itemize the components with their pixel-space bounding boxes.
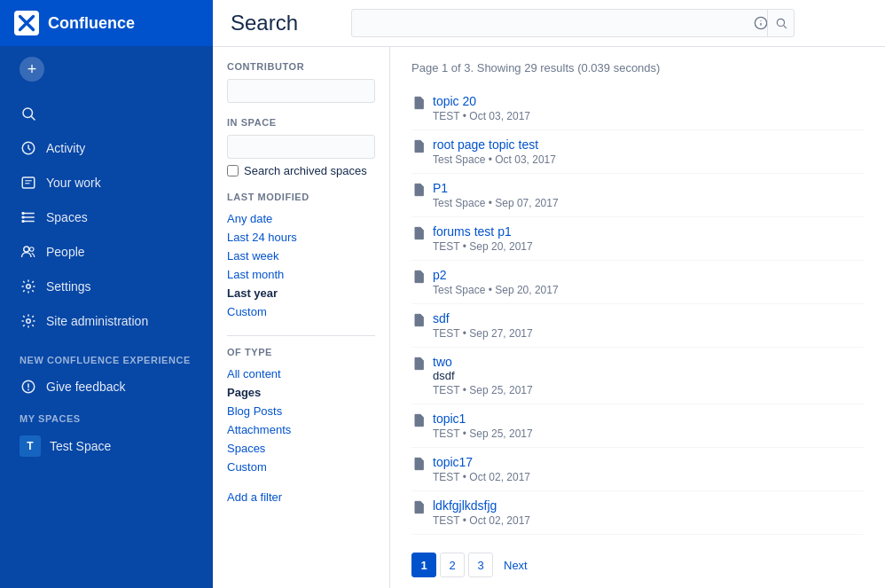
result-content: topic17 TEST • Oct 02, 2017 xyxy=(433,455,530,483)
page-icon xyxy=(411,357,426,373)
type-custom[interactable]: Custom xyxy=(227,458,375,476)
space-avatar: T xyxy=(20,435,41,457)
sidebar-space-test-space[interactable]: T Test Space xyxy=(5,428,208,464)
site-admin-icon xyxy=(20,312,37,330)
result-title[interactable]: p2 xyxy=(433,268,559,282)
add-filter-link[interactable]: Add a filter xyxy=(227,490,375,504)
date-week[interactable]: Last week xyxy=(227,247,375,265)
result-item: root page topic test Test Space • Oct 03… xyxy=(411,130,864,174)
last-modified-filter: LAST MODIFIED Any date Last 24 hours Las… xyxy=(227,192,375,321)
sidebar-item-people[interactable]: People xyxy=(5,235,208,269)
feedback-icon xyxy=(20,378,37,396)
sidebar-item-search[interactable] xyxy=(5,97,208,130)
page-3-button[interactable]: 3 xyxy=(468,553,493,577)
sidebar-item-settings[interactable]: Settings xyxy=(5,270,208,303)
result-meta: Test Space • Oct 03, 2017 xyxy=(433,153,556,166)
type-spaces[interactable]: Spaces xyxy=(227,439,375,458)
search-help-button[interactable] xyxy=(754,16,768,30)
svg-point-9 xyxy=(24,247,29,252)
sidebar-item-spaces-label: Spaces xyxy=(46,210,88,224)
people-icon xyxy=(20,243,37,261)
sidebar-item-activity-label: Activity xyxy=(46,141,85,155)
result-item: ldkfgjlkdsfjg TEST • Oct 02, 2017 xyxy=(411,491,864,535)
sidebar-item-activity[interactable]: Activity xyxy=(5,131,208,165)
result-title[interactable]: topic 20 xyxy=(433,94,530,108)
result-meta: TEST • Sep 25, 2017 xyxy=(433,427,533,440)
spaces-icon xyxy=(20,208,37,226)
contributor-label: CONTRIBUTOR xyxy=(227,61,375,72)
contributor-filter: CONTRIBUTOR xyxy=(227,61,375,103)
sidebar-item-your-work-label: Your work xyxy=(46,176,101,190)
date-month[interactable]: Last month xyxy=(227,265,375,284)
date-year[interactable]: Last year xyxy=(227,284,375,302)
result-meta: TEST • Sep 25, 2017 xyxy=(433,384,533,396)
search-input[interactable] xyxy=(351,9,795,37)
result-title[interactable]: topic1 xyxy=(433,412,533,426)
page-title: Search xyxy=(231,11,337,35)
date-custom[interactable]: Custom xyxy=(227,302,375,321)
result-title[interactable]: forums test p1 xyxy=(433,224,533,239)
archived-checkbox[interactable] xyxy=(227,165,239,176)
result-item: sdf TEST • Sep 27, 2017 xyxy=(411,304,864,348)
result-item: two dsdf TEST • Sep 25, 2017 xyxy=(411,348,864,404)
type-all[interactable]: All content xyxy=(227,365,375,383)
filter-panel: CONTRIBUTOR IN SPACE Search archived spa… xyxy=(213,47,390,588)
page-2-button[interactable]: 2 xyxy=(440,553,465,577)
type-pages[interactable]: Pages xyxy=(227,383,375,402)
give-feedback-item[interactable]: Give feedback xyxy=(5,370,208,404)
last-modified-label: LAST MODIFIED xyxy=(227,192,375,202)
page-icon xyxy=(411,500,426,517)
result-item: topic 20 TEST • Oct 03, 2017 xyxy=(411,87,864,130)
page-icon xyxy=(411,413,426,430)
result-title[interactable]: topic17 xyxy=(433,455,530,469)
date-24h[interactable]: Last 24 hours xyxy=(227,228,375,247)
result-title[interactable]: root page topic test xyxy=(433,137,556,152)
result-item: p2 Test Space • Sep 20, 2017 xyxy=(411,261,864,304)
in-space-label: IN SPACE xyxy=(227,117,375,128)
activity-icon xyxy=(20,139,37,157)
create-button[interactable]: + xyxy=(20,57,44,82)
search-box-wrapper xyxy=(351,9,795,37)
page-icon xyxy=(411,183,426,200)
result-content: forums test p1 TEST • Sep 20, 2017 xyxy=(433,224,533,253)
results-list: topic 20 TEST • Oct 03, 2017 root page t… xyxy=(411,87,864,535)
result-content: topic1 TEST • Sep 25, 2017 xyxy=(433,412,533,440)
sidebar-nav: Activity Your work Spaces People Setting xyxy=(0,89,213,346)
result-meta: TEST • Sep 20, 2017 xyxy=(433,240,533,253)
next-page-link[interactable]: Next xyxy=(497,555,535,576)
page-1-button[interactable]: 1 xyxy=(411,553,436,577)
in-space-input[interactable] xyxy=(227,135,375,159)
contributor-input[interactable] xyxy=(227,79,375,103)
result-item: topic17 TEST • Oct 02, 2017 xyxy=(411,448,864,491)
sidebar-item-your-work[interactable]: Your work xyxy=(5,166,208,200)
date-any[interactable]: Any date xyxy=(227,209,375,228)
new-confluence-label: NEW CONFLUENCE EXPERIENCE xyxy=(0,346,213,369)
sidebar-item-spaces[interactable]: Spaces xyxy=(5,200,208,234)
filter-divider xyxy=(227,335,375,336)
result-meta: Test Space • Sep 07, 2017 xyxy=(433,197,559,209)
result-title[interactable]: ldkfgjlkdsfjg xyxy=(433,498,530,513)
result-item: P1 Test Space • Sep 07, 2017 xyxy=(411,174,864,217)
sidebar: Confluence + Activity Your work xyxy=(0,0,213,588)
svg-point-12 xyxy=(27,319,31,324)
main-area: Search CONTRIBUTOR IN SPACE Se xyxy=(213,0,885,588)
give-feedback-label: Give feedback xyxy=(46,380,126,394)
result-title[interactable]: two xyxy=(433,355,533,369)
page-icon xyxy=(411,139,426,156)
search-submit-button[interactable] xyxy=(767,9,795,37)
svg-rect-3 xyxy=(22,177,35,188)
sidebar-item-people-label: People xyxy=(46,245,85,259)
sidebar-item-site-admin-label: Site administration xyxy=(46,314,148,328)
type-blog[interactable]: Blog Posts xyxy=(227,402,375,420)
result-title[interactable]: P1 xyxy=(433,181,559,195)
result-content: two dsdf TEST • Sep 25, 2017 xyxy=(433,355,533,396)
svg-line-16 xyxy=(784,26,787,28)
sidebar-item-site-admin[interactable]: Site administration xyxy=(5,304,208,338)
type-attachments[interactable]: Attachments xyxy=(227,420,375,439)
content-area: CONTRIBUTOR IN SPACE Search archived spa… xyxy=(213,47,885,588)
sidebar-header: Confluence xyxy=(0,0,213,46)
svg-rect-8 xyxy=(22,220,25,223)
result-title[interactable]: sdf xyxy=(433,311,533,325)
result-meta: TEST • Sep 27, 2017 xyxy=(433,327,533,340)
app-title: Confluence xyxy=(48,14,135,33)
